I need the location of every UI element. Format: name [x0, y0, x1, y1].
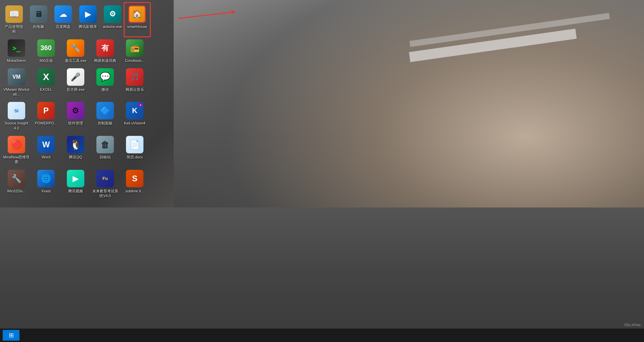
icon-label-xvast: Xvast — [41, 189, 51, 193]
icon-label-excel: EXCEL — [40, 87, 52, 92]
desktop-icon-product-guide[interactable]: 📖产品使用指南 — [2, 3, 26, 36]
icon-image-tencent-video: ▶ — [79, 5, 97, 23]
icon-label-wechat: 微信 — [101, 87, 109, 92]
desktop-icon-youdao-dict[interactable]: 有网易有道词典 — [90, 37, 120, 65]
desktop-icon-future-edu[interactable]: Fu未来教育考试系统V4.0 — [90, 168, 120, 200]
icon-label-netease-music: 网易云音乐 — [126, 87, 144, 92]
desktop-icon-sublime[interactable]: Ssublime it... — [120, 168, 149, 200]
icon-label-soft-manage: 软件管理 — [68, 121, 83, 125]
icon-image-voice-input: 🎤 — [67, 68, 84, 86]
desktop-icon-recycle-bin[interactable]: 🗑回收站 — [90, 134, 120, 166]
icon-image-future-edu: Fu — [96, 170, 114, 187]
icon-label-this-pc: 此电脑 — [33, 24, 44, 29]
icon-label-smarthouse: smartHouse — [127, 24, 147, 29]
icon-label-keil: Keil uVision4 — [124, 121, 145, 125]
icon-row-3: SISource Insight 4.0PPOWERPO...⚙软件管理🔷控制面… — [2, 100, 149, 132]
desktop-icon-excel[interactable]: XEXCEL — [31, 66, 61, 99]
icon-image-this-pc: 🖥 — [30, 5, 47, 23]
icon-label-360-zip: 360压缩 — [39, 58, 53, 63]
icon-label-word: Word — [42, 155, 50, 159]
desktop-icon-keil[interactable]: K4Keil uVision4 — [120, 100, 149, 132]
icon-image-tencent-qq: 🐧 — [67, 136, 84, 153]
desktop-icon-resume-docx[interactable]: 📄简历.docx — [120, 134, 149, 166]
icon-image-word: W — [37, 136, 55, 153]
icon-label-tencent-video2: 腾讯视频 — [68, 189, 83, 193]
desktop-icon-soft-manage[interactable]: ⚙软件管理 — [61, 100, 90, 132]
desktop-icon-wechat[interactable]: 💬微信 — [90, 66, 120, 99]
icon-image-smarthouse: 🏠 — [128, 5, 146, 23]
icon-image-excel: X — [37, 68, 55, 86]
icon-image-mobaxterm: >_ — [8, 39, 25, 57]
icon-label-future-edu: 未来教育考试系统V4.0 — [92, 189, 119, 198]
desktop-icon-mobaxterm[interactable]: >_MobaXterm — [2, 37, 31, 65]
icon-label-mindnow: MindNow思维导图 — [3, 155, 30, 164]
icon-label-tencent-video: 腾讯影视库 — [79, 24, 97, 29]
desktop-icon-control-panel[interactable]: 🔷控制面板 — [90, 100, 120, 132]
desktop-icon-mindnow[interactable]: 🔴MindNow思维导图 — [2, 134, 31, 166]
icon-image-tencent-video2: ▶ — [67, 170, 84, 187]
icon-image-source-insight: SI — [8, 102, 25, 119]
icon-label-vmware: VMware Workstati... — [3, 87, 30, 97]
icon-image-360-zip: 360 — [37, 39, 55, 57]
icon-image-netease-music: 🎵 — [126, 68, 143, 86]
icon-image-baidu-pan: ☁ — [54, 5, 72, 23]
icon-label-resume-docx: 简历.docx — [127, 155, 143, 159]
icon-image-product-guide: 📖 — [5, 5, 23, 23]
desktop-icon-tencent-qq[interactable]: 🐧腾讯QQ — [61, 134, 90, 166]
desktop-icon-voice-input[interactable]: 🎤音犬师.exe — [61, 66, 90, 99]
desktop-icon-word[interactable]: WWord — [31, 134, 61, 166]
icon-label-arduino: arduino.exe — [103, 24, 122, 29]
icon-label-tencent-qq: 腾讯QQ — [69, 155, 82, 159]
icon-row-1: >_MobaXterm360360压缩🔧激活工具.exe有网易有道词典📻ComA… — [2, 37, 149, 65]
icon-image-mindnow: 🔴 — [8, 136, 25, 153]
desktop-icon-netease-music[interactable]: 🎵网易云音乐 — [120, 66, 149, 99]
icon-image-win32dis: 🔧 — [8, 170, 25, 187]
icon-image-xvast: 🌐 — [37, 170, 55, 187]
icon-label-mobaxterm: MobaXterm — [7, 58, 26, 63]
icon-label-control-panel: 控制面板 — [98, 121, 113, 125]
desktop-icon-360-zip[interactable]: 360360压缩 — [31, 37, 61, 65]
icon-image-recycle-bin: 🗑 — [96, 136, 114, 153]
desktop-icon-powerpoint[interactable]: PPOWERPO... — [31, 100, 61, 132]
icon-row-2: VMVMware Workstati...XEXCEL🎤音犬师.exe💬微信🎵网… — [2, 66, 149, 99]
watermark: ©Du #Free — [624, 323, 641, 327]
start-button[interactable]: ⊞ — [3, 330, 19, 341]
icon-row-0: 📖产品使用指南🖥此电脑☁百度网盘▶腾讯影视库⚙arduino.exe🏠smart… — [2, 3, 149, 36]
desktop-icon-arduino[interactable]: ⚙arduino.exe — [100, 3, 125, 36]
icon-image-keil: K4 — [126, 102, 143, 119]
desktop-icon-win32dis[interactable]: 🔧Win32Dis... — [2, 168, 31, 200]
desktop-icon-vmware[interactable]: VMVMware Workstati... — [2, 66, 31, 99]
icon-row-4: 🔴MindNow思维导图WWord🐧腾讯QQ🗑回收站📄简历.docx — [2, 134, 149, 166]
desktop-icon-com-assist[interactable]: 📻ComAssis... — [120, 37, 149, 65]
icon-label-sublime: sublime it... — [125, 189, 144, 193]
icon-image-com-assist: 📻 — [126, 39, 143, 57]
desktop-icon-this-pc[interactable]: 🖥此电脑 — [26, 3, 51, 36]
icon-label-voice-input: 音犬师.exe — [67, 87, 85, 92]
icon-image-activate-tool: 🔧 — [67, 39, 84, 57]
icon-image-control-panel: 🔷 — [96, 102, 114, 119]
icon-row-5: 🔧Win32Dis...🌐Xvast▶腾讯视频Fu未来教育考试系统V4.0Ssu… — [2, 168, 149, 200]
desktop-icon-xvast[interactable]: 🌐Xvast — [31, 168, 61, 200]
desktop-icon-baidu-pan[interactable]: ☁百度网盘 — [51, 3, 76, 36]
icon-image-arduino: ⚙ — [104, 5, 121, 23]
desktop-icon-source-insight[interactable]: SISource Insight 4.0 — [2, 100, 31, 132]
taskbar: ⊞ — [0, 329, 644, 342]
desktop-icon-tencent-video[interactable]: ▶腾讯影视库 — [76, 3, 100, 36]
icon-label-activate-tool: 激活工具.exe — [65, 58, 87, 63]
icon-image-resume-docx: 📄 — [126, 136, 143, 153]
desktop-icon-tencent-video2[interactable]: ▶腾讯视频 — [61, 168, 90, 200]
icon-label-source-insight: Source Insight 4.0 — [3, 121, 30, 130]
desktop-icons-area: 📖产品使用指南🖥此电脑☁百度网盘▶腾讯影视库⚙arduino.exe🏠smart… — [0, 0, 151, 342]
icon-image-youdao-dict: 有 — [96, 39, 114, 57]
icon-label-powerpoint: POWERPO... — [35, 121, 57, 125]
icon-image-sublime: S — [126, 170, 143, 187]
icon-label-win32dis: Win32Dis... — [7, 189, 26, 193]
icon-image-soft-manage: ⚙ — [67, 102, 84, 119]
icon-label-youdao-dict: 网易有道词典 — [94, 58, 116, 63]
desktop-icon-activate-tool[interactable]: 🔧激活工具.exe — [61, 37, 90, 65]
desktop-icon-smarthouse[interactable]: 🏠smartHouse — [125, 3, 149, 36]
icon-label-baidu-pan: 百度网盘 — [56, 24, 71, 29]
icon-image-vmware: VM — [8, 68, 25, 86]
icon-image-wechat: 💬 — [96, 68, 114, 86]
icon-image-powerpoint: P — [37, 102, 55, 119]
